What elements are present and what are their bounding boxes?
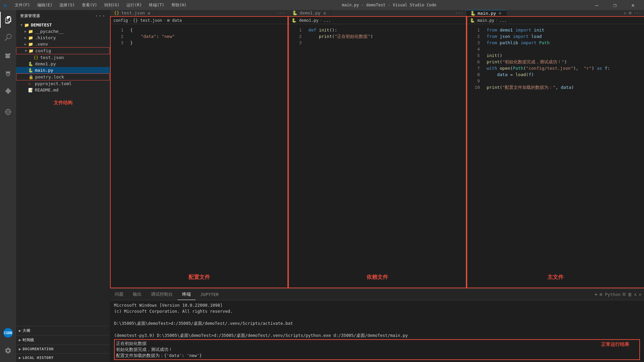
activity-git[interactable] bbox=[0, 47, 16, 63]
sidebar-localhistory-header[interactable]: ▶ LOCAL HISTORY bbox=[16, 354, 110, 361]
run-icon[interactable]: ▷ bbox=[624, 10, 627, 15]
root-folder-icon: 📁 bbox=[24, 23, 30, 27]
window-title: main.py - demoTest - Visual Studio Code bbox=[342, 3, 436, 7]
terminal-output-1: 正在初始化数据 bbox=[116, 341, 638, 347]
tree-item-testjson[interactable]: {} test.json bbox=[16, 54, 110, 61]
item-label: README.md bbox=[35, 87, 110, 93]
sidebar-outline-header[interactable]: ▶ 大纲 bbox=[16, 327, 110, 335]
tree-item-poetrylock[interactable]: 🔒 poetry.lock bbox=[16, 73, 110, 80]
item-label: demo1.py bbox=[35, 61, 110, 66]
vscode-logo: ✕ bbox=[3, 2, 7, 9]
sidebar-timeline-header[interactable]: ▶ 时间线 bbox=[16, 336, 110, 344]
tree-item-venv[interactable]: ▶ 📁 .venv bbox=[16, 41, 110, 47]
menu-help[interactable]: 帮助(H) bbox=[169, 2, 190, 9]
terminal-line-2: (c) Microsoft Corporation. All rights re… bbox=[114, 308, 640, 314]
activity-extensions[interactable] bbox=[0, 83, 16, 99]
tree-item-mainpy[interactable]: 🐍 main.py bbox=[16, 67, 110, 73]
tree-item-history[interactable]: ▶ 📁 .history bbox=[16, 35, 110, 41]
menu-edit[interactable]: 编辑(E) bbox=[35, 2, 55, 9]
folder-icon: 📁 bbox=[28, 29, 34, 34]
menu-file[interactable]: 文件(F) bbox=[12, 2, 33, 9]
md-icon: 📝 bbox=[28, 88, 34, 93]
tree-item-demo1py[interactable]: 🐍 demo1.py bbox=[16, 61, 110, 67]
terminal-output-3: 配置文件加载的数据为：{'data': 'new'} bbox=[116, 353, 638, 359]
menu-run[interactable]: 运行(R) bbox=[124, 2, 145, 9]
line-numbers-3: 12345 678910 bbox=[467, 24, 484, 288]
arrow: ▶ bbox=[23, 42, 28, 46]
close-terminal-button[interactable]: ✕ bbox=[639, 292, 641, 297]
add-terminal-button[interactable]: + bbox=[594, 291, 598, 298]
minimize-button[interactable]: — bbox=[589, 0, 604, 10]
tab-mainpy[interactable]: 🐍 main.py ✕ bbox=[466, 10, 506, 16]
code-area-1[interactable]: { "data": "new" } bbox=[127, 24, 287, 288]
tab-problems[interactable]: 问题 bbox=[110, 289, 128, 300]
bc-main: 🐍 main.py bbox=[470, 18, 494, 23]
tab-jupyter[interactable]: JUPYTER bbox=[196, 289, 223, 300]
menu-view[interactable]: 查看(V) bbox=[79, 2, 100, 9]
split-terminal-button[interactable]: ⊞ Python bbox=[600, 292, 621, 297]
expand-button[interactable]: ∧ bbox=[634, 292, 637, 297]
tree-item-config[interactable]: ▼ 📁 config bbox=[16, 47, 110, 54]
tab-icon: {} bbox=[114, 10, 119, 15]
terminal-content[interactable]: Microsoft Windows [Version 10.0.22000.10… bbox=[110, 300, 644, 362]
terminal-output-2: 初始化数据完成，测试成功！ bbox=[116, 347, 638, 353]
tab-label: demo1.py bbox=[300, 10, 321, 15]
tab-label: test.json bbox=[121, 10, 145, 15]
item-label: test.json bbox=[40, 55, 110, 60]
bc-testjson: {} test.json bbox=[133, 18, 162, 23]
line-numbers-2: 123 bbox=[289, 24, 306, 288]
tree-item-pyproject[interactable]: ⚙ pyproject.toml bbox=[16, 80, 110, 87]
arrow: ▶ bbox=[23, 36, 28, 40]
item-label: main.py bbox=[35, 68, 110, 73]
sidebar-more-button[interactable]: ··· bbox=[95, 13, 106, 19]
tree-item-readme[interactable]: 📝 README.md bbox=[16, 87, 110, 93]
panel1-tab-more[interactable]: ··· bbox=[275, 10, 288, 16]
close-button[interactable]: ✕ bbox=[625, 0, 641, 10]
file-structure-annotation: 文件结构 bbox=[54, 100, 72, 106]
tree-item-pycache[interactable]: ▶ 📁 __pycache__ bbox=[16, 28, 110, 35]
root-arrow: ▼ bbox=[19, 23, 24, 27]
activity-accounts[interactable]: CSDN bbox=[0, 325, 16, 341]
layout-button[interactable]: ⧉ bbox=[623, 292, 626, 297]
activity-remote[interactable] bbox=[0, 104, 16, 120]
project-root[interactable]: ▼ 📁 DEMOTEST bbox=[16, 22, 110, 28]
panel3-tab-more[interactable]: ▷ ⊞ ··· bbox=[622, 10, 644, 16]
tab-close-button[interactable]: ✕ bbox=[147, 10, 151, 16]
tab-terminal[interactable]: 终端 bbox=[177, 289, 196, 300]
maximize-button[interactable]: ❐ bbox=[607, 0, 623, 10]
panel2-tab-more[interactable]: ··· bbox=[453, 10, 466, 16]
split-icon[interactable]: ⊞ bbox=[629, 10, 632, 15]
menu-bar: 文件(F) 编辑(E) 选择(S) 查看(V) 转到(G) 运行(R) 终端(T… bbox=[12, 2, 190, 9]
tab-close-button[interactable]: ✕ bbox=[498, 10, 502, 16]
tab-output[interactable]: 输出 bbox=[128, 289, 146, 300]
toml-icon: ⚙ bbox=[28, 81, 34, 86]
folder-icon: 📁 bbox=[28, 42, 34, 47]
activity-explorer[interactable] bbox=[0, 12, 16, 28]
code-area-2[interactable]: def init(): print("正在初始化数据") bbox=[306, 24, 466, 288]
menu-goto[interactable]: 转到(G) bbox=[102, 2, 122, 9]
outline-arrow: ▶ bbox=[19, 328, 21, 333]
tab-demo1py[interactable]: 🐍 demo1.py ✕ bbox=[288, 10, 331, 16]
trash-button[interactable]: 🗑 bbox=[628, 292, 632, 297]
panel3-tabs: 🐍 main.py ✕ ▷ ⊞ ··· bbox=[466, 10, 644, 16]
editor-3-content: 12345 678910 from demo1 import init from… bbox=[467, 24, 644, 288]
bc-data: ⊞ data bbox=[167, 18, 182, 23]
avatar: CSDN bbox=[3, 328, 13, 338]
tab-debug[interactable]: 调试控制台 bbox=[146, 289, 177, 300]
activity-debug[interactable] bbox=[0, 65, 16, 81]
bc-dots: ... bbox=[324, 18, 331, 23]
editor-panel-1: config › {} test.json › ⊞ data 123 { "da… bbox=[110, 16, 288, 288]
timeline-arrow: ▶ bbox=[19, 338, 21, 342]
bc-config: config bbox=[113, 18, 128, 23]
activity-search[interactable] bbox=[0, 29, 16, 46]
menu-select[interactable]: 选择(S) bbox=[57, 2, 77, 9]
tab-close-button[interactable]: ✕ bbox=[323, 10, 327, 16]
code-area-3[interactable]: from demo1 import init from json import … bbox=[484, 24, 644, 288]
item-label: __pycache__ bbox=[35, 29, 110, 34]
tab-testjson[interactable]: {} test.json ✕ bbox=[110, 10, 156, 16]
terminal-tabs: 问题 输出 调试控制台 终端 JUPYTER + ⊞ Python ⧉ 🗑 ∧ … bbox=[110, 289, 644, 300]
sidebar-docs-header[interactable]: ▶ DOCUMENTATION bbox=[16, 346, 110, 353]
menu-terminal[interactable]: 终端(T) bbox=[146, 2, 167, 9]
activity-settings[interactable] bbox=[0, 343, 16, 359]
more-icon[interactable]: ··· bbox=[634, 10, 641, 15]
